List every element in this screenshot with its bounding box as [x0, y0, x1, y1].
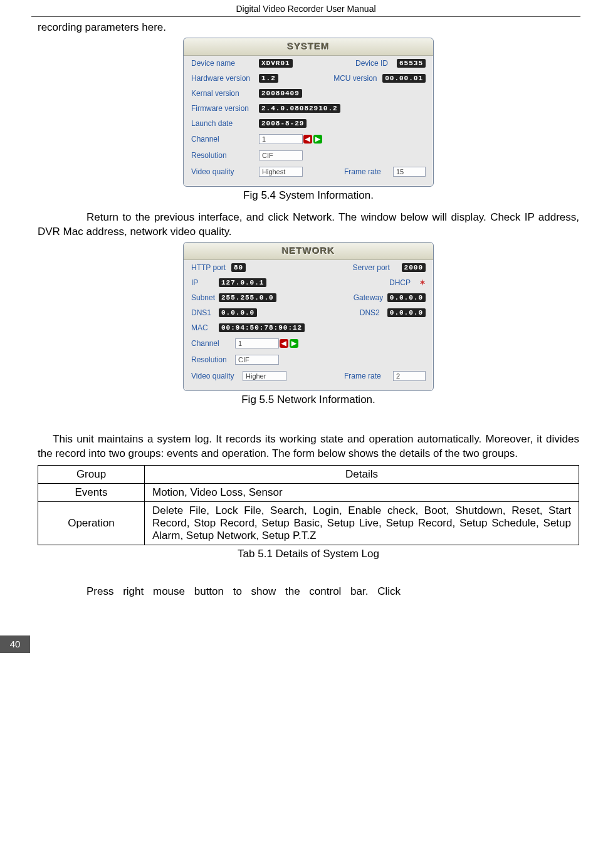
channel-label: Channel	[191, 135, 259, 144]
channel-next-icon[interactable]: ▶	[313, 135, 322, 144]
firmware-version-label: Firmware version	[191, 104, 259, 113]
mcu-version-value: 00.00.01	[382, 74, 426, 83]
col-header-details: Details	[145, 465, 579, 483]
mid-paragraph: Return to the previous interface, and cl…	[38, 211, 579, 239]
dns1-value: 0.0.0.0	[219, 308, 257, 317]
subnet-label: Subnet	[191, 293, 219, 302]
firmware-version-value: 2.4.0.08082910.2	[259, 104, 340, 113]
system-panel-title: SYSTEM	[184, 38, 433, 56]
dhcp-label: DHCP	[389, 278, 417, 287]
video-quality-field[interactable]: Highest	[259, 167, 303, 177]
server-port-label: Server port	[353, 263, 402, 272]
gateway-label: Gateway	[354, 293, 387, 302]
mac-value: 00:94:50:78:90:12	[219, 323, 305, 332]
net-channel-label: Channel	[191, 339, 235, 348]
video-quality-label: Video quality	[191, 167, 259, 176]
network-panel: NETWORK HTTP port 80 Server port 2000 IP…	[183, 242, 434, 391]
net-channel-field[interactable]: 1	[235, 338, 279, 348]
fig-5-4-caption: Fig 5.4 System Information.	[38, 189, 579, 202]
device-name-value: XDVR01	[259, 59, 293, 68]
net-frame-rate-field[interactable]: 2	[393, 371, 426, 381]
device-id-value: 65535	[397, 59, 426, 68]
net-resolution-field[interactable]: CIF	[235, 355, 279, 365]
gateway-value: 0.0.0.0	[387, 293, 426, 302]
page-number-badge: 40	[0, 635, 30, 653]
server-port-value: 2000	[402, 263, 426, 272]
intro-line: recording parameters here.	[38, 21, 579, 35]
net-channel-prev-icon[interactable]: ◀	[280, 339, 288, 348]
frame-rate-field[interactable]: 15	[393, 167, 426, 177]
cell-operation-group: Operation	[38, 501, 145, 545]
kernal-version-label: Kernal version	[191, 89, 259, 98]
frame-rate-label: Frame rate	[344, 167, 393, 176]
system-panel: SYSTEM Device name XDVR01 Device ID 6553…	[183, 38, 434, 187]
fig-5-5-caption: Fig 5.5 Network Information.	[38, 394, 579, 406]
hw-version-label: Hardware version	[191, 74, 259, 83]
dns2-label: DNS2	[360, 308, 387, 317]
http-port-label: HTTP port	[191, 263, 231, 272]
dhcp-disabled-icon: ✶	[419, 278, 426, 287]
net-video-quality-field[interactable]: Higher	[243, 371, 286, 381]
net-channel-next-icon[interactable]: ▶	[290, 339, 298, 348]
col-header-group: Group	[38, 465, 145, 483]
final-paragraph: Press right mouse button to show the con…	[38, 585, 579, 598]
launch-date-label: Launch date	[191, 119, 259, 128]
dns2-value: 0.0.0.0	[387, 308, 426, 317]
device-id-label: Device ID	[355, 59, 397, 68]
hw-version-value: 1.2	[259, 74, 278, 83]
channel-field[interactable]: 1	[259, 134, 303, 144]
channel-prev-icon[interactable]: ◀	[303, 135, 312, 144]
mac-label: MAC	[191, 323, 219, 332]
subnet-value: 255.255.0.0	[219, 293, 276, 302]
mcu-version-label: MCU version	[333, 74, 382, 83]
http-port-value: 80	[231, 263, 246, 272]
cell-events-details: Motion, Video Loss, Sensor	[145, 483, 579, 501]
device-name-label: Device name	[191, 59, 259, 68]
network-panel-title: NETWORK	[184, 243, 433, 260]
table-row: Operation Delete File, Lock File, Search…	[38, 501, 579, 545]
resolution-field[interactable]: CIF	[259, 150, 303, 160]
log-intro-paragraph: This unit maintains a system log. It rec…	[38, 432, 579, 461]
tab-5-1-caption: Tab 5.1 Details of System Log	[38, 548, 579, 560]
cell-events-group: Events	[38, 483, 145, 501]
cell-operation-details: Delete File, Lock File, Search, Login, E…	[145, 501, 579, 545]
net-video-quality-label: Video quality	[191, 372, 243, 380]
table-header-row: Group Details	[38, 465, 579, 483]
resolution-label: Resolution	[191, 151, 259, 160]
dns1-label: DNS1	[191, 308, 219, 317]
ip-value: 127.0.0.1	[219, 278, 266, 287]
table-row: Events Motion, Video Loss, Sensor	[38, 483, 579, 501]
kernal-version-value: 20080409	[259, 89, 302, 98]
ip-label: IP	[191, 278, 219, 287]
net-frame-rate-label: Frame rate	[344, 372, 393, 380]
system-log-table: Group Details Events Motion, Video Loss,…	[38, 465, 579, 545]
net-resolution-label: Resolution	[191, 355, 235, 364]
page-header: Digital Video Recorder User Manual	[31, 0, 580, 17]
launch-date-value: 2008-8-29	[259, 119, 307, 128]
